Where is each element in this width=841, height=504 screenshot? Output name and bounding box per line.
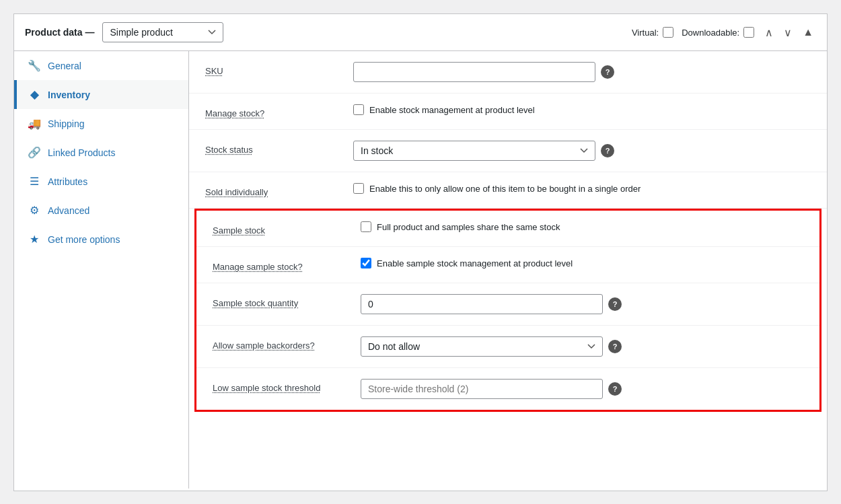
sidebar-item-general-label: General: [48, 61, 81, 71]
sidebar-item-inventory-label: Inventory: [48, 89, 90, 100]
allow-sample-backorders-select[interactable]: Do not allow Allow, but notify customer …: [361, 336, 603, 357]
downloadable-checkbox-group: Downloadable:: [682, 27, 754, 38]
sidebar-item-get-more-options[interactable]: ★ Get more options: [14, 225, 188, 254]
sidebar-item-attributes-label: Attributes: [48, 176, 87, 187]
sidebar-item-attributes[interactable]: ☰ Attributes: [14, 167, 188, 196]
product-type-select[interactable]: Simple product: [102, 22, 223, 42]
sample-stock-quantity-input[interactable]: [361, 294, 603, 314]
virtual-label: Virtual:: [632, 28, 659, 38]
manage-stock-checkbox-text: Enable stock management at product level: [369, 105, 535, 115]
product-data-panel: Product data — Simple product Virtual: D…: [13, 13, 828, 491]
sample-stock-row: Sample stock Full product and samples sh…: [196, 211, 819, 247]
allow-sample-backorders-label: Allow sample backorders?: [213, 336, 347, 351]
manage-stock-checkbox-label[interactable]: Enable stock management at product level: [353, 104, 535, 115]
low-sample-stock-threshold-control: ?: [361, 379, 803, 399]
allow-sample-backorders-control: Do not allow Allow, but notify customer …: [361, 336, 803, 357]
stock-status-help-icon[interactable]: ?: [601, 144, 614, 157]
manage-stock-checkbox[interactable]: [353, 104, 364, 115]
main-content: SKU ? Manage stock? Enable stock managem…: [189, 51, 827, 489]
downloadable-label: Downloadable:: [682, 28, 739, 38]
wrench-icon: 🔧: [28, 59, 41, 72]
collapse-button[interactable]: ▲: [800, 25, 816, 40]
list-icon: ☰: [28, 175, 41, 188]
low-sample-stock-threshold-input[interactable]: [361, 379, 603, 399]
manage-sample-stock-checkbox-label[interactable]: Enable sample stock management at produc…: [361, 258, 573, 268]
manage-sample-stock-control: Enable sample stock management at produc…: [361, 258, 803, 268]
sidebar-item-general[interactable]: 🔧 General: [14, 51, 188, 80]
sidebar-item-linked-products-label: Linked Products: [48, 147, 115, 158]
sku-row: SKU ?: [189, 51, 827, 94]
sku-control: ?: [353, 62, 811, 82]
sample-stock-label: Sample stock: [213, 221, 347, 236]
sidebar-item-advanced[interactable]: ⚙ Advanced: [14, 196, 188, 225]
low-sample-stock-threshold-label: Low sample stock threshold: [213, 379, 347, 393]
sold-individually-checkbox[interactable]: [353, 183, 364, 194]
sold-individually-label: Sold individually: [205, 183, 340, 197]
sample-stock-checkbox-label[interactable]: Full product and samples share the same …: [361, 221, 560, 232]
low-sample-stock-threshold-help-icon[interactable]: ?: [608, 382, 622, 396]
stock-status-select[interactable]: In stock Out of stock On backorder: [353, 141, 595, 161]
sample-stock-checkbox-text: Full product and samples share the same …: [377, 222, 560, 232]
sku-input[interactable]: [353, 62, 595, 82]
gear-icon: ⚙: [28, 204, 41, 217]
sku-label: SKU: [205, 62, 340, 76]
allow-sample-backorders-row: Allow sample backorders? Do not allow Al…: [196, 326, 819, 368]
header-controls: ∧ ∨ ▲: [762, 25, 816, 40]
manage-stock-row: Manage stock? Enable stock management at…: [189, 94, 827, 130]
truck-icon: 🚚: [28, 117, 41, 130]
virtual-checkbox[interactable]: [663, 27, 673, 38]
sold-individually-control: Enable this to only allow one of this it…: [353, 183, 811, 194]
stock-status-row: Stock status In stock Out of stock On ba…: [189, 130, 827, 172]
sample-stock-quantity-label: Sample stock quantity: [213, 294, 347, 308]
sample-stock-checkbox[interactable]: [361, 221, 371, 232]
inventory-icon: ◆: [28, 88, 41, 101]
sold-individually-checkbox-label[interactable]: Enable this to only allow one of this it…: [353, 183, 641, 194]
sold-individually-row: Sold individually Enable this to only al…: [189, 172, 827, 209]
sold-individually-checkbox-text: Enable this to only allow one of this it…: [369, 184, 641, 194]
sidebar-item-advanced-label: Advanced: [48, 205, 89, 216]
downloadable-checkbox[interactable]: [743, 27, 754, 38]
sku-help-icon[interactable]: ?: [601, 65, 614, 79]
manage-sample-stock-checkbox-text: Enable sample stock management at produc…: [377, 258, 573, 268]
sidebar: 🔧 General ◆ Inventory 🚚 Shipping 🔗 Linke…: [14, 51, 189, 489]
star-icon: ★: [28, 233, 41, 246]
manage-stock-control: Enable stock management at product level: [353, 104, 811, 115]
sidebar-item-shipping-label: Shipping: [48, 118, 85, 129]
manage-sample-stock-checkbox[interactable]: [361, 258, 371, 268]
virtual-checkbox-group: Virtual:: [632, 27, 673, 38]
sample-stock-quantity-control: ?: [361, 294, 803, 314]
sample-stock-quantity-help-icon[interactable]: ?: [608, 297, 622, 311]
sample-stock-quantity-row: Sample stock quantity ?: [196, 283, 819, 326]
sidebar-item-inventory[interactable]: ◆ Inventory: [14, 80, 188, 109]
sidebar-item-get-more-options-label: Get more options: [48, 234, 120, 245]
manage-stock-label: Manage stock?: [205, 104, 340, 118]
collapse-down-button[interactable]: ∨: [781, 25, 795, 40]
sidebar-item-shipping[interactable]: 🚚 Shipping: [14, 109, 188, 138]
link-icon: 🔗: [28, 146, 41, 159]
stock-status-control: In stock Out of stock On backorder ?: [353, 141, 811, 161]
highlighted-section: Sample stock Full product and samples sh…: [194, 209, 821, 412]
allow-sample-backorders-help-icon[interactable]: ?: [608, 340, 622, 353]
panel-header: Product data — Simple product Virtual: D…: [14, 14, 827, 51]
manage-sample-stock-row: Manage sample stock? Enable sample stock…: [196, 247, 819, 283]
collapse-up-button[interactable]: ∧: [762, 25, 776, 40]
stock-status-label: Stock status: [205, 141, 340, 155]
low-sample-stock-threshold-row: Low sample stock threshold ?: [196, 368, 819, 410]
panel-body: 🔧 General ◆ Inventory 🚚 Shipping 🔗 Linke…: [14, 51, 827, 489]
panel-title: Product data —: [25, 27, 94, 38]
sidebar-item-linked-products[interactable]: 🔗 Linked Products: [14, 138, 188, 167]
manage-sample-stock-label: Manage sample stock?: [213, 258, 347, 272]
sample-stock-control: Full product and samples share the same …: [361, 221, 803, 232]
